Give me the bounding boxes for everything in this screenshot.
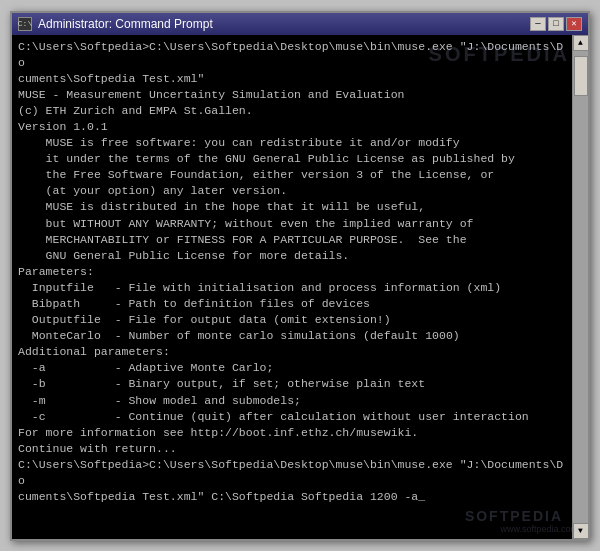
terminal-line: cuments\Softpedia Test.xml" bbox=[18, 71, 566, 87]
terminal-line: -c - Continue (quit) after calculation w… bbox=[18, 409, 566, 425]
terminal-line: (at your option) any later version. bbox=[18, 183, 566, 199]
title-bar-left: C:\ Administrator: Command Prompt bbox=[18, 17, 213, 31]
terminal-line: cuments\Softpedia Test.xml" C:\Softpedia… bbox=[18, 489, 566, 505]
terminal-line: MUSE - Measurement Uncertainty Simulatio… bbox=[18, 87, 566, 103]
terminal-line: C:\Users\Softpedia>C:\Users\Softpedia\De… bbox=[18, 457, 566, 489]
terminal-line: MUSE is distributed in the hope that it … bbox=[18, 199, 566, 215]
terminal-line: GNU General Public License for more deta… bbox=[18, 248, 566, 264]
terminal-line: Inputfile - File with initialisation and… bbox=[18, 280, 566, 296]
terminal-line: Version 1.0.1 bbox=[18, 119, 566, 135]
content-area: C:\Users\Softpedia>C:\Users\Softpedia\De… bbox=[12, 35, 588, 539]
title-bar: C:\ Administrator: Command Prompt ─ □ ✕ bbox=[12, 13, 588, 35]
terminal-line: For more information see http://boot.inf… bbox=[18, 425, 566, 441]
terminal-line: Bibpath - Path to definition files of de… bbox=[18, 296, 566, 312]
scrollbar[interactable]: ▲ ▼ bbox=[572, 35, 588, 539]
terminal-line: it under the terms of the GNU General Pu… bbox=[18, 151, 566, 167]
maximize-button[interactable]: □ bbox=[548, 17, 564, 31]
window-title: Administrator: Command Prompt bbox=[38, 17, 213, 31]
terminal-line: Outputfile - File for output data (omit … bbox=[18, 312, 566, 328]
scrollbar-thumb[interactable] bbox=[574, 56, 588, 96]
terminal-line: C:\Users\Softpedia>C:\Users\Softpedia\De… bbox=[18, 39, 566, 71]
terminal-line: MUSE is free software: you can redistrib… bbox=[18, 135, 566, 151]
terminal-line: Continue with return... bbox=[18, 441, 566, 457]
close-button[interactable]: ✕ bbox=[566, 17, 582, 31]
terminal-output[interactable]: C:\Users\Softpedia>C:\Users\Softpedia\De… bbox=[12, 35, 572, 539]
terminal-line: (c) ETH Zurich and EMPA St.Gallen. bbox=[18, 103, 566, 119]
terminal-line: the Free Software Foundation, either ver… bbox=[18, 167, 566, 183]
terminal-line: -b - Binary output, if set; otherwise pl… bbox=[18, 376, 566, 392]
scrollbar-track[interactable] bbox=[573, 51, 588, 523]
command-prompt-window: C:\ Administrator: Command Prompt ─ □ ✕ … bbox=[10, 11, 590, 541]
window-icon: C:\ bbox=[18, 17, 32, 31]
terminal-line: -m - Show model and submodels; bbox=[18, 393, 566, 409]
terminal-line: -a - Adaptive Monte Carlo; bbox=[18, 360, 566, 376]
terminal-line: MERCHANTABILITY or FITNESS FOR A PARTICU… bbox=[18, 232, 566, 248]
minimize-button[interactable]: ─ bbox=[530, 17, 546, 31]
window-controls: ─ □ ✕ bbox=[530, 17, 582, 31]
terminal-line: but WITHOUT ANY WARRANTY; without even t… bbox=[18, 216, 566, 232]
terminal-line: MonteCarlo - Number of monte carlo simul… bbox=[18, 328, 566, 344]
scroll-down-button[interactable]: ▼ bbox=[573, 523, 589, 539]
terminal-line: Parameters: bbox=[18, 264, 566, 280]
terminal-line: Additional parameters: bbox=[18, 344, 566, 360]
scroll-up-button[interactable]: ▲ bbox=[573, 35, 589, 51]
